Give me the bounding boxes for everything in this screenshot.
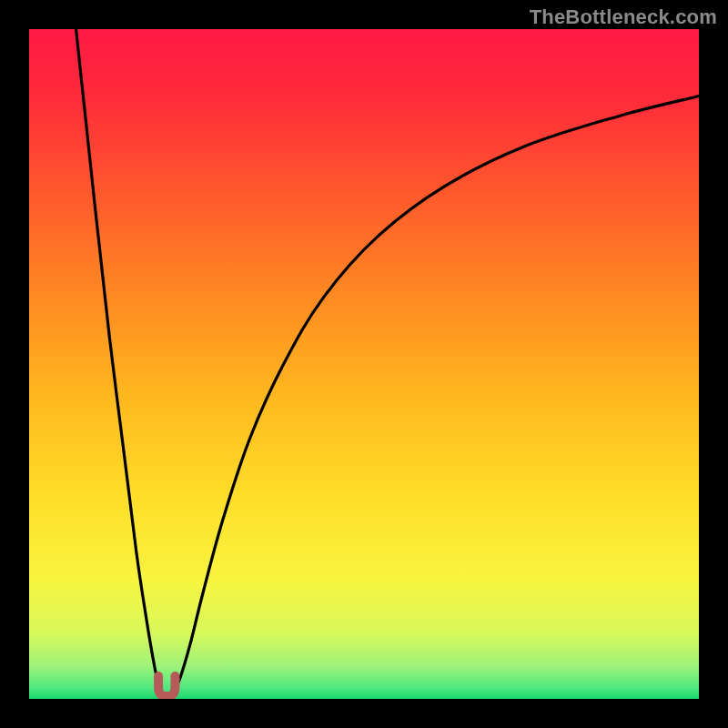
curve-left-branch <box>76 29 162 693</box>
minimum-u-marker <box>158 676 175 696</box>
plot-area <box>29 29 699 699</box>
chart-frame: TheBottleneck.com <box>0 0 728 728</box>
curve-layer <box>29 29 699 699</box>
watermark-text: TheBottleneck.com <box>530 5 717 29</box>
curve-right-branch <box>173 96 699 694</box>
